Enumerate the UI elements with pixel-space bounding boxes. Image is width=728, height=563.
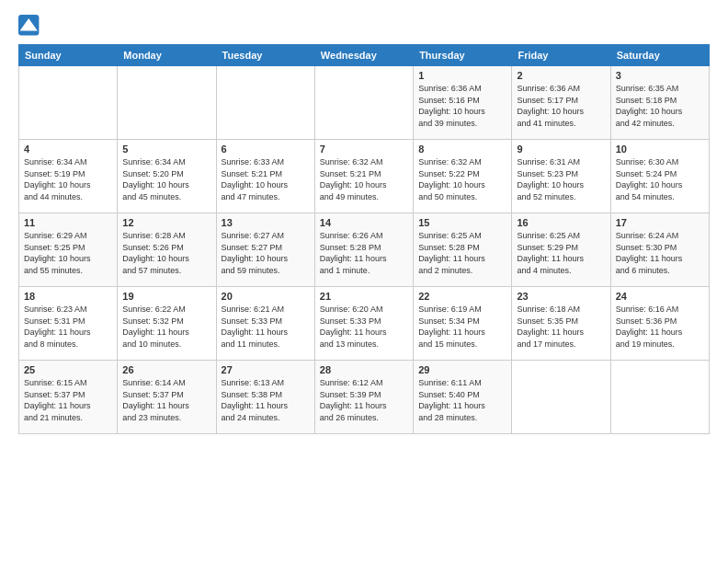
- day-info: Sunrise: 6:30 AM Sunset: 5:24 PM Dayligh…: [616, 156, 704, 202]
- calendar-day-cell: 29Sunrise: 6:11 AM Sunset: 5:40 PM Dayli…: [414, 361, 512, 434]
- page-header: [18, 15, 710, 37]
- day-info: Sunrise: 6:26 AM Sunset: 5:28 PM Dayligh…: [320, 230, 408, 276]
- day-info: Sunrise: 6:12 AM Sunset: 5:39 PM Dayligh…: [320, 377, 408, 423]
- day-info: Sunrise: 6:33 AM Sunset: 5:21 PM Dayligh…: [222, 156, 310, 202]
- day-number: 27: [222, 364, 310, 375]
- calendar-day-cell: 12Sunrise: 6:28 AM Sunset: 5:26 PM Dayli…: [118, 213, 216, 287]
- calendar-day-cell: 21Sunrise: 6:20 AM Sunset: 5:33 PM Dayli…: [314, 287, 413, 361]
- day-info: Sunrise: 6:11 AM Sunset: 5:40 PM Dayligh…: [418, 377, 506, 423]
- day-info: Sunrise: 6:32 AM Sunset: 5:21 PM Dayligh…: [320, 156, 408, 202]
- day-info: Sunrise: 6:36 AM Sunset: 5:16 PM Dayligh…: [418, 83, 506, 129]
- day-number: 8: [418, 144, 506, 155]
- calendar-day-cell: 17Sunrise: 6:24 AM Sunset: 5:30 PM Dayli…: [610, 213, 709, 287]
- day-number: 21: [320, 291, 408, 302]
- calendar-day-cell: 19Sunrise: 6:22 AM Sunset: 5:32 PM Dayli…: [118, 287, 216, 361]
- day-info: Sunrise: 6:35 AM Sunset: 5:18 PM Dayligh…: [616, 83, 704, 129]
- calendar-header-cell: Friday: [512, 45, 610, 66]
- day-info: Sunrise: 6:19 AM Sunset: 5:34 PM Dayligh…: [418, 304, 506, 350]
- day-number: 24: [616, 291, 704, 302]
- day-info: Sunrise: 6:21 AM Sunset: 5:33 PM Dayligh…: [222, 304, 310, 350]
- calendar-day-cell: [314, 66, 413, 140]
- calendar-day-cell: 11Sunrise: 6:29 AM Sunset: 5:25 PM Dayli…: [19, 213, 118, 287]
- calendar-header-cell: Monday: [118, 45, 216, 66]
- calendar-day-cell: 10Sunrise: 6:30 AM Sunset: 5:24 PM Dayli…: [610, 140, 709, 213]
- calendar-day-cell: 22Sunrise: 6:19 AM Sunset: 5:34 PM Dayli…: [414, 287, 512, 361]
- calendar-day-cell: 23Sunrise: 6:18 AM Sunset: 5:35 PM Dayli…: [512, 287, 610, 361]
- calendar-day-cell: 20Sunrise: 6:21 AM Sunset: 5:33 PM Dayli…: [216, 287, 314, 361]
- day-number: 28: [320, 364, 408, 375]
- calendar-week-row: 25Sunrise: 6:15 AM Sunset: 5:37 PM Dayli…: [19, 361, 710, 434]
- logo-icon: [18, 15, 40, 37]
- calendar-day-cell: 18Sunrise: 6:23 AM Sunset: 5:31 PM Dayli…: [19, 287, 118, 361]
- calendar-week-row: 4Sunrise: 6:34 AM Sunset: 5:19 PM Daylig…: [19, 140, 710, 213]
- calendar-header-row: SundayMondayTuesdayWednesdayThursdayFrid…: [19, 45, 710, 66]
- day-number: 3: [616, 70, 704, 81]
- day-number: 7: [320, 144, 408, 155]
- calendar-week-row: 1Sunrise: 6:36 AM Sunset: 5:16 PM Daylig…: [19, 66, 710, 140]
- day-number: 10: [616, 144, 704, 155]
- calendar-table: SundayMondayTuesdayWednesdayThursdayFrid…: [18, 44, 710, 434]
- day-number: 4: [24, 144, 112, 155]
- day-info: Sunrise: 6:27 AM Sunset: 5:27 PM Dayligh…: [222, 230, 310, 276]
- day-number: 16: [517, 217, 605, 228]
- calendar-day-cell: 6Sunrise: 6:33 AM Sunset: 5:21 PM Daylig…: [216, 140, 314, 213]
- day-number: 20: [222, 291, 310, 302]
- day-info: Sunrise: 6:34 AM Sunset: 5:20 PM Dayligh…: [122, 156, 210, 202]
- calendar-header: SundayMondayTuesdayWednesdayThursdayFrid…: [19, 45, 710, 66]
- calendar-day-cell: 4Sunrise: 6:34 AM Sunset: 5:19 PM Daylig…: [19, 140, 118, 213]
- calendar-day-cell: 28Sunrise: 6:12 AM Sunset: 5:39 PM Dayli…: [314, 361, 413, 434]
- day-info: Sunrise: 6:25 AM Sunset: 5:29 PM Dayligh…: [517, 230, 605, 276]
- calendar-week-row: 11Sunrise: 6:29 AM Sunset: 5:25 PM Dayli…: [19, 213, 710, 287]
- day-info: Sunrise: 6:25 AM Sunset: 5:28 PM Dayligh…: [418, 230, 506, 276]
- calendar-day-cell: [19, 66, 118, 140]
- day-info: Sunrise: 6:14 AM Sunset: 5:37 PM Dayligh…: [122, 377, 210, 423]
- calendar-day-cell: 3Sunrise: 6:35 AM Sunset: 5:18 PM Daylig…: [610, 66, 709, 140]
- calendar-day-cell: 13Sunrise: 6:27 AM Sunset: 5:27 PM Dayli…: [216, 213, 314, 287]
- calendar-day-cell: 5Sunrise: 6:34 AM Sunset: 5:20 PM Daylig…: [118, 140, 216, 213]
- day-number: 6: [222, 144, 310, 155]
- day-info: Sunrise: 6:32 AM Sunset: 5:22 PM Dayligh…: [418, 156, 506, 202]
- day-number: 17: [616, 217, 704, 228]
- day-number: 2: [517, 70, 605, 81]
- day-info: Sunrise: 6:29 AM Sunset: 5:25 PM Dayligh…: [24, 230, 112, 276]
- calendar-header-cell: Thursday: [414, 45, 512, 66]
- calendar-day-cell: [512, 361, 610, 434]
- day-number: 15: [418, 217, 506, 228]
- calendar-day-cell: 7Sunrise: 6:32 AM Sunset: 5:21 PM Daylig…: [314, 140, 413, 213]
- day-number: 22: [418, 291, 506, 302]
- day-number: 14: [320, 217, 408, 228]
- calendar-day-cell: 24Sunrise: 6:16 AM Sunset: 5:36 PM Dayli…: [610, 287, 709, 361]
- calendar-day-cell: [216, 66, 314, 140]
- calendar-day-cell: 27Sunrise: 6:13 AM Sunset: 5:38 PM Dayli…: [216, 361, 314, 434]
- day-info: Sunrise: 6:34 AM Sunset: 5:19 PM Dayligh…: [24, 156, 112, 202]
- day-number: 1: [418, 70, 506, 81]
- day-info: Sunrise: 6:24 AM Sunset: 5:30 PM Dayligh…: [616, 230, 704, 276]
- day-info: Sunrise: 6:20 AM Sunset: 5:33 PM Dayligh…: [320, 304, 408, 350]
- day-number: 23: [517, 291, 605, 302]
- day-info: Sunrise: 6:16 AM Sunset: 5:36 PM Dayligh…: [616, 304, 704, 350]
- day-number: 26: [122, 364, 210, 375]
- calendar-day-cell: 16Sunrise: 6:25 AM Sunset: 5:29 PM Dayli…: [512, 213, 610, 287]
- day-info: Sunrise: 6:36 AM Sunset: 5:17 PM Dayligh…: [517, 83, 605, 129]
- logo: [18, 15, 44, 37]
- day-info: Sunrise: 6:31 AM Sunset: 5:23 PM Dayligh…: [517, 156, 605, 202]
- calendar-day-cell: 9Sunrise: 6:31 AM Sunset: 5:23 PM Daylig…: [512, 140, 610, 213]
- day-number: 25: [24, 364, 112, 375]
- calendar-day-cell: 15Sunrise: 6:25 AM Sunset: 5:28 PM Dayli…: [414, 213, 512, 287]
- day-number: 13: [222, 217, 310, 228]
- calendar-header-cell: Wednesday: [314, 45, 413, 66]
- day-info: Sunrise: 6:23 AM Sunset: 5:31 PM Dayligh…: [24, 304, 112, 350]
- calendar-header-cell: Sunday: [19, 45, 118, 66]
- calendar-day-cell: 2Sunrise: 6:36 AM Sunset: 5:17 PM Daylig…: [512, 66, 610, 140]
- day-number: 12: [122, 217, 210, 228]
- day-number: 19: [122, 291, 210, 302]
- day-info: Sunrise: 6:28 AM Sunset: 5:26 PM Dayligh…: [122, 230, 210, 276]
- day-number: 11: [24, 217, 112, 228]
- day-number: 29: [418, 364, 506, 375]
- calendar-week-row: 18Sunrise: 6:23 AM Sunset: 5:31 PM Dayli…: [19, 287, 710, 361]
- day-number: 18: [24, 291, 112, 302]
- day-info: Sunrise: 6:15 AM Sunset: 5:37 PM Dayligh…: [24, 377, 112, 423]
- calendar-header-cell: Tuesday: [216, 45, 314, 66]
- day-number: 5: [122, 144, 210, 155]
- calendar-body: 1Sunrise: 6:36 AM Sunset: 5:16 PM Daylig…: [19, 66, 710, 434]
